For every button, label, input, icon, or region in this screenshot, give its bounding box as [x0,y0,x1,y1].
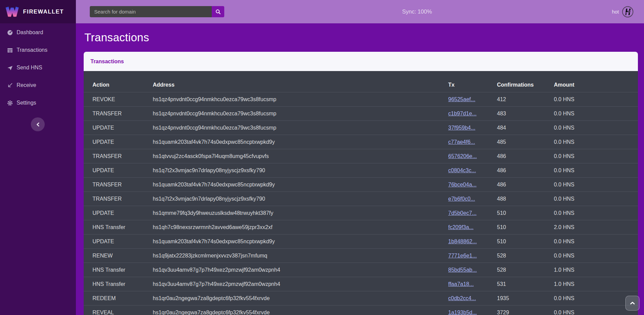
cell-confirmations: 531 [488,277,545,291]
cell-address: hs1qz4pnvdnt0ccg94nmkhcu0ezca79wc3s8fucs… [144,92,439,107]
chevron-up-icon [630,301,635,305]
cell-action: HNS Transfer [84,277,144,291]
tx-link[interactable]: 1b848862... [448,239,477,244]
tx-link[interactable]: 7d5b0ec7... [448,210,477,216]
receive-icon [7,83,13,88]
cell-amount: 1.0 HNS [545,277,638,291]
cell-tx: 1b848862... [439,234,488,249]
cell-tx: 7d5b0ec7... [439,206,488,220]
cell-amount: 0.0 HNS [545,149,638,163]
table-header-row: Action Address Tx Confirmations Amount [84,71,638,92]
topbar: Sync: 100% hot [76,0,644,23]
settings-icon [7,100,13,106]
cell-tx: 1a193b5d... [439,306,488,315]
cell-address: hs1quamk203taf4vk7h74s0edxpwc85ncptxwpkd… [144,135,439,149]
sidebar-nav: Dashboard Transactions Send HNS Receive [0,23,76,112]
cell-address: hs1qr0au2ngegwa7za8gdeptc6fp32fkv554fxrv… [144,306,439,315]
wallet-avatar[interactable] [622,6,633,18]
cell-action: REDEEM [84,291,144,306]
handshake-logo-icon [622,6,633,18]
sidebar-item-transactions[interactable]: Transactions [0,41,76,59]
tx-link[interactable]: c77ae4f6... [448,139,475,145]
cell-action: UPDATE [84,206,144,220]
cell-action: HNS Transfer [84,220,144,234]
cell-action: TRANSFER [84,192,144,206]
scroll-to-top-button[interactable] [625,296,640,311]
cell-action: RENEW [84,249,144,263]
chevron-left-icon [36,122,40,127]
transactions-table: Action Address Tx Confirmations Amount R… [84,71,638,315]
cell-address: hs1quamk203taf4vk7h74s0edxpwc85ncptxwpkd… [144,234,439,249]
cell-action: UPDATE [84,163,144,178]
dashboard-icon [7,30,13,36]
cell-address: hs1qmme79fq3dy9hweuzuslksdw48trwuyhkt387… [144,206,439,220]
tx-link[interactable]: ffaa7a18... [448,281,474,287]
sidebar-item-send-hns[interactable]: Send HNS [0,59,76,76]
sidebar-collapse-button[interactable] [31,117,45,131]
sync-status: Sync: 100% [402,0,432,23]
tx-link[interactable]: c0804c3c... [448,167,476,173]
cell-amount: 1.0 HNS [545,263,638,277]
column-header-action: Action [84,71,144,92]
card-header: Transactions [84,52,638,71]
cell-amount: 0.0 HNS [545,192,638,206]
tx-link[interactable]: 96525aef... [448,96,475,102]
column-header-confirmations: Confirmations [488,71,545,92]
cell-amount: 0.0 HNS [545,121,638,135]
cell-confirmations: 483 [488,107,545,121]
tx-link[interactable]: c1b97d1e... [448,111,477,116]
sidebar-item-dashboard[interactable]: Dashboard [0,24,76,41]
tx-link[interactable]: 85bd55ab... [448,267,477,273]
tx-link[interactable]: e7b6f0c0... [448,196,475,202]
table-row: TRANSFERhs1quamk203taf4vk7h74s0edxpwc85n… [84,178,638,192]
sidebar-item-label: Transactions [17,47,47,53]
cell-action: UPDATE [84,121,144,135]
table-row: REVOKEhs1qz4pnvdnt0ccg94nmkhcu0ezca79wc3… [84,92,638,107]
cell-action: HNS Transfer [84,263,144,277]
tx-link[interactable]: 7771e6e1... [448,253,477,258]
page-title: Transactions [84,31,644,44]
table-row: UPDATEhs1qmme79fq3dy9hweuzuslksdw48trwuy… [84,206,638,220]
cell-action: UPDATE [84,135,144,149]
sidebar-item-receive[interactable]: Receive [0,76,76,94]
cell-amount: 0.0 HNS [545,163,638,178]
cell-confirmations: 488 [488,192,545,206]
cell-address: hs1qr0au2ngegwa7za8gdeptc6fp32fkv554fxrv… [144,291,439,306]
search-input[interactable] [90,6,212,17]
tx-link[interactable]: c0db2cc4... [448,295,476,301]
cell-amount: 0.0 HNS [545,135,638,149]
tx-link[interactable]: 1a193b5d... [448,310,477,315]
tx-link[interactable]: 76bce04a... [448,182,477,187]
sidebar-item-label: Dashboard [17,29,43,36]
search-button[interactable] [212,6,224,17]
cell-action: TRANSFER [84,107,144,121]
tx-link[interactable]: fc209f3a... [448,224,474,230]
cell-confirmations: 1935 [488,291,545,306]
cell-amount: 0.0 HNS [545,234,638,249]
cell-confirmations: 510 [488,234,545,249]
sidebar-item-label: Send HNS [17,65,42,71]
table-row: REVEALhs1qr0au2ngegwa7za8gdeptc6fp32fkv5… [84,306,638,315]
transactions-icon [7,47,13,53]
cell-confirmations: 484 [488,121,545,135]
cell-tx: c0db2cc4... [439,291,488,306]
wallet-info: hot [612,0,633,23]
cell-confirmations: 486 [488,149,545,163]
search-icon [215,9,221,15]
brand[interactable]: FIREWALLET [0,0,76,23]
cell-confirmations: 528 [488,249,545,263]
cell-amount: 0.0 HNS [545,291,638,306]
cell-tx: 85bd55ab... [439,263,488,277]
cell-tx: 6576206e... [439,149,488,163]
cell-amount: 2.0 HNS [545,220,638,234]
cell-address: hs1q9jatx22283jzkcmlrnenjxvvzv387jsn7mfu… [144,249,439,263]
cell-amount: 0.0 HNS [545,92,638,107]
cell-confirmations: 510 [488,220,545,234]
table-row: UPDATEhs1q7t2x3vmjac9n7drlapy08nyjyscjz9… [84,163,638,178]
tx-link[interactable]: 37f959b4... [448,125,475,131]
sidebar-item-settings[interactable]: Settings [0,94,76,112]
cell-confirmations: 486 [488,178,545,192]
tx-link[interactable]: 6576206e... [448,153,477,159]
table-row: UPDATEhs1quamk203taf4vk7h74s0edxpwc85ncp… [84,135,638,149]
table-row: RENEWhs1q9jatx22283jzkcmlrnenjxvvzv387js… [84,249,638,263]
